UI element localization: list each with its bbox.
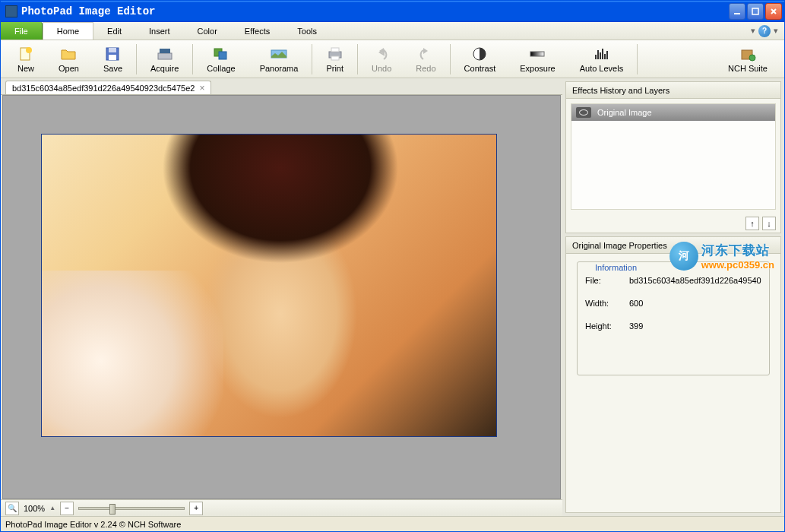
status-text: PhotoPad Image Editor v 2.24 © NCH Softw… xyxy=(5,520,181,529)
separator xyxy=(136,44,137,74)
status-bar: PhotoPad Image Editor v 2.24 © NCH Softw… xyxy=(1,516,784,531)
zoom-bar: 🔍 100% ▲ − + xyxy=(1,499,562,516)
menu-file[interactable]: File xyxy=(1,22,43,40)
redo-icon xyxy=(417,46,434,62)
layer-item[interactable]: Original Image xyxy=(571,104,775,121)
canvas-viewport[interactable] xyxy=(2,95,561,499)
exposure-icon xyxy=(529,46,546,62)
layer-up-button[interactable]: ↑ xyxy=(745,217,759,230)
acquire-button[interactable]: Acquire xyxy=(138,44,191,74)
zoom-in-button[interactable]: + xyxy=(189,502,203,515)
prop-height-label: Height: xyxy=(585,321,629,331)
menu-home[interactable]: Home xyxy=(43,22,93,40)
tab-close-icon[interactable]: × xyxy=(199,84,204,93)
new-file-icon xyxy=(17,46,34,62)
zoom-up-icon[interactable]: ▲ xyxy=(49,505,55,511)
layer-down-button[interactable]: ↓ xyxy=(762,217,776,230)
menubar: File Home Edit Insert Color Effects Tool… xyxy=(1,22,784,40)
svg-point-3 xyxy=(26,47,32,53)
separator xyxy=(312,44,312,74)
chevron-down-icon[interactable]: ▾ xyxy=(751,26,755,36)
svg-rect-13 xyxy=(331,48,339,52)
save-button[interactable]: Save xyxy=(91,44,135,74)
undo-button[interactable]: Undo xyxy=(359,44,404,74)
prop-file-label: File: xyxy=(585,276,629,285)
minimize-button[interactable] xyxy=(729,3,745,20)
open-button[interactable]: Open xyxy=(46,44,91,74)
toolbar: New Open Save Acquire Collage Panorama P… xyxy=(1,40,784,78)
svg-rect-14 xyxy=(331,56,339,60)
suite-icon xyxy=(739,46,756,62)
close-button[interactable] xyxy=(765,3,782,20)
history-panel: Effects History and Layers Original Imag… xyxy=(565,81,781,233)
autolevels-button[interactable]: Auto Levels xyxy=(568,44,635,74)
scanner-icon xyxy=(157,46,173,62)
prop-file-value: bd315c6034a85edf391d226a49540923dc xyxy=(629,276,761,285)
prop-width-label: Width: xyxy=(585,299,629,308)
properties-panel: 河 河东下载站 www.pc0359.cn Original Image Pro… xyxy=(565,236,781,513)
svg-rect-7 xyxy=(158,53,172,59)
properties-panel-title: Original Image Properties xyxy=(566,237,780,254)
menu-color[interactable]: Color xyxy=(184,22,231,40)
exposure-button[interactable]: Exposure xyxy=(508,44,567,74)
printer-icon xyxy=(327,46,343,62)
zoom-value: 100% xyxy=(24,504,45,513)
titlebar[interactable]: PhotoPad Image Editor xyxy=(1,1,784,22)
layer-label: Original Image xyxy=(597,108,652,117)
menu-edit[interactable]: Edit xyxy=(93,22,135,40)
document-tab[interactable]: bd315c6034a85edf391d226a49540923dc5475e2… xyxy=(5,81,211,94)
zoom-out-icon[interactable]: 🔍 xyxy=(5,502,19,515)
separator xyxy=(192,44,193,74)
properties-group-label: Information xyxy=(592,263,640,272)
zoom-slider-thumb[interactable] xyxy=(109,504,116,515)
app-icon xyxy=(5,5,17,17)
visibility-eye-icon[interactable] xyxy=(576,107,591,118)
separator xyxy=(357,44,358,74)
svg-point-18 xyxy=(749,55,755,61)
contrast-icon xyxy=(471,46,488,62)
help-icon[interactable]: ? xyxy=(758,25,771,37)
maximize-button[interactable] xyxy=(747,3,764,20)
menu-effects[interactable]: Effects xyxy=(231,22,283,40)
layer-list[interactable]: Original Image xyxy=(571,103,776,210)
zoom-out-button[interactable]: − xyxy=(60,502,74,515)
history-panel-title: Effects History and Layers xyxy=(566,82,780,99)
panorama-button[interactable]: Panorama xyxy=(248,44,311,74)
contrast-button[interactable]: Contrast xyxy=(452,44,508,74)
document-tabs: bd315c6034a85edf391d226a49540923dc5475e2… xyxy=(1,78,562,95)
collage-icon xyxy=(213,46,229,62)
new-button[interactable]: New xyxy=(5,44,46,74)
menu-tools[interactable]: Tools xyxy=(283,22,331,40)
nch-suite-button[interactable]: NCH Suite xyxy=(716,44,780,74)
open-folder-icon xyxy=(60,46,77,62)
window-title: PhotoPad Image Editor xyxy=(21,5,729,17)
svg-rect-5 xyxy=(109,48,116,52)
menu-insert[interactable]: Insert xyxy=(135,22,184,40)
zoom-slider[interactable] xyxy=(78,507,185,510)
svg-rect-1 xyxy=(752,8,758,14)
svg-rect-8 xyxy=(160,49,170,53)
image-canvas[interactable] xyxy=(41,134,497,437)
svg-rect-16 xyxy=(530,52,544,56)
svg-rect-0 xyxy=(734,13,740,14)
document-tab-label: bd315c6034a85edf391d226a49540923dc5475e2 xyxy=(12,84,195,93)
print-button[interactable]: Print xyxy=(314,44,356,74)
separator xyxy=(450,44,451,74)
help-dropdown-icon[interactable]: ▾ xyxy=(774,26,778,36)
separator xyxy=(637,44,638,74)
save-disk-icon xyxy=(104,46,121,62)
svg-rect-10 xyxy=(219,52,226,59)
prop-height-value: 399 xyxy=(629,321,761,331)
undo-icon xyxy=(373,46,390,62)
panorama-icon xyxy=(271,46,287,62)
histogram-icon xyxy=(593,46,609,62)
prop-width-value: 600 xyxy=(629,299,761,308)
redo-button[interactable]: Redo xyxy=(404,44,448,74)
collage-button[interactable]: Collage xyxy=(195,44,247,74)
svg-rect-6 xyxy=(109,55,116,60)
